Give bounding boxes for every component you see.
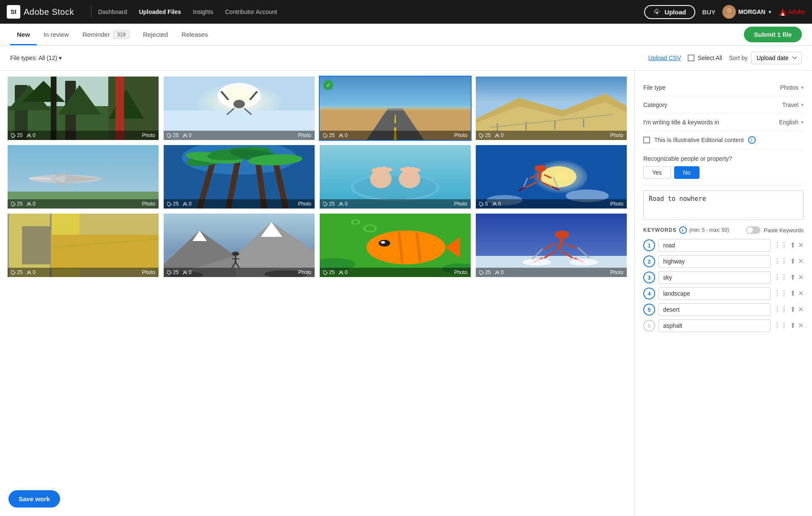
keyword-drag-4[interactable]: ⋮⋮ [774,290,787,297]
keywords-hint: (min: 5 - max: 50) [689,227,729,233]
nav-uploaded-files[interactable]: Uploaded Files [139,8,181,15]
svg-point-139 [523,259,551,266]
people-7: 0 [339,201,348,207]
keyword-up-5[interactable]: ⬆ [790,306,796,313]
keyword-drag-1[interactable]: ⋮⋮ [774,242,787,249]
yes-no-buttons: Yes No [643,166,804,179]
photo-card-9[interactable]: 25 0 Photo [7,213,159,278]
tag-icon-7 [323,202,328,206]
tab-rejected[interactable]: Rejected [136,24,175,45]
category-arrow: ▾ [801,102,804,108]
keyword-up-1[interactable]: ⬆ [790,242,796,249]
keyword-input-2[interactable] [658,255,771,268]
select-all-area[interactable]: Select All [688,55,722,61]
tab-releases[interactable]: Releases [175,24,215,45]
nav-contributor-account[interactable]: Contributor Account [225,8,277,15]
svg-rect-32 [320,106,471,110]
buy-link[interactable]: BUY [702,8,716,16]
tag-icon-3 [323,133,328,138]
no-button[interactable]: No [674,166,700,179]
keyword-up-2[interactable]: ⬆ [790,258,796,265]
photo-card-11[interactable]: 25 0 Photo [319,213,472,278]
photo-type-10: Photo [298,269,311,275]
editorial-checkbox[interactable] [643,137,650,143]
keywords-info-icon[interactable]: i [679,226,687,234]
people-icon-4 [495,133,499,138]
photo-stats-6: 25 0 [167,201,192,207]
photo-card-5[interactable]: 25 0 Photo [7,144,159,209]
keyword-row-2: 2 ⋮⋮ ⬆ ✕ [643,255,804,268]
keyword-row-6: 6 ⋮⋮ ⬆ ✕ [643,319,804,332]
keyword-remove-5[interactable]: ✕ [798,306,804,313]
upload-button[interactable]: Upload [644,5,695,19]
keyword-up-3[interactable]: ⬆ [790,274,796,281]
photo-card-12[interactable]: 25 0 Photo [475,213,628,278]
keyword-input-6[interactable] [658,319,771,332]
photo-card-2[interactable]: 25 0 Photo [163,76,315,141]
people-icon-10 [183,270,187,275]
photo-footer-9: 25 0 Photo [8,268,159,277]
select-all-checkbox[interactable] [688,55,694,61]
keyword-row-1: 1 ⋮⋮ ⬆ ✕ [643,239,804,252]
keyword-up-4[interactable]: ⬆ [790,290,796,297]
people-9: 0 [27,269,36,275]
keyword-remove-4[interactable]: ✕ [798,290,804,297]
keyword-drag-3[interactable]: ⋮⋮ [774,274,787,281]
tabs-row: New In review Reminder 319 Rejected Rele… [0,24,812,46]
category-value-area[interactable]: Travel ▾ [782,102,804,108]
keyword-input-5[interactable] [658,303,771,316]
photo-card-3[interactable]: ✓ 25 0 Photo [319,76,472,141]
keyword-remove-2[interactable]: ✕ [798,258,804,265]
keyword-remove-1[interactable]: ✕ [798,242,804,249]
people-label: Recognizable people or property? [643,155,804,162]
language-value-area[interactable]: English ▾ [779,119,804,126]
avatar-image [722,5,736,19]
paste-keywords-toggle[interactable] [746,226,760,234]
language-value: English [779,119,798,126]
photo-type-6: Photo [298,201,311,207]
user-area[interactable]: MORGAN ▼ [722,5,772,19]
photo-card-10[interactable]: 25 0 Photo [163,213,315,278]
keyword-num-5: 5 [643,304,655,316]
save-work-button[interactable]: Save work [8,490,60,508]
keyword-input-3[interactable] [658,271,771,284]
title-input[interactable]: Road to nowhere [643,190,804,220]
tab-reminder[interactable]: Reminder 319 [76,24,136,46]
photo-card-8[interactable]: 5 0 Photo [475,144,628,209]
keyword-remove-3[interactable]: ✕ [798,274,804,281]
file-types-dropdown[interactable]: File types: All (12) ▾ [10,55,62,61]
svg-point-75 [413,168,420,172]
select-all-label: Select All [698,55,722,61]
sort-select[interactable]: Upload date Title File type [751,52,802,64]
photo-footer-11: 25 0 Photo [320,268,471,277]
likes-11: 25 [323,269,335,275]
yes-button[interactable]: Yes [643,166,671,179]
submit-button[interactable]: Submit 1 file [744,27,802,42]
photo-card-1[interactable]: 25 0 Photo [7,76,159,141]
keyword-drag-6[interactable]: ⋮⋮ [774,322,787,329]
keyword-input-4[interactable] [658,287,771,300]
nav-insights[interactable]: Insights [193,8,213,15]
user-dropdown-arrow[interactable]: ▼ [768,10,772,14]
tab-in-review[interactable]: In review [37,24,76,45]
tab-new[interactable]: New [10,24,37,45]
photo-card-6[interactable]: 25 0 Photo [163,144,315,209]
upload-csv-button[interactable]: Upload CSV [648,55,681,61]
photo-card-7[interactable]: 25 0 Photo [319,144,472,209]
keyword-remove-6[interactable]: ✕ [798,322,804,329]
people-4: 0 [495,132,504,138]
keyword-drag-2[interactable]: ⋮⋮ [774,258,787,265]
file-type-value-area[interactable]: Photos ▾ [780,84,804,91]
chevron-down-icon: ▾ [59,55,62,61]
photo-type-4: Photo [610,132,623,138]
people-icon-7 [339,202,343,206]
editorial-info-icon[interactable]: i [748,136,756,144]
keyword-drag-5[interactable]: ⋮⋮ [774,306,787,313]
user-avatar [722,5,736,19]
nav-dashboard[interactable]: Dashboard [98,8,127,15]
people-3: 0 [339,132,348,138]
photo-card-4[interactable]: 25 0 Photo [475,76,628,141]
photo-stats-5: 25 0 [11,201,36,207]
keyword-input-1[interactable] [658,239,771,252]
keyword-up-6[interactable]: ⬆ [790,322,796,329]
